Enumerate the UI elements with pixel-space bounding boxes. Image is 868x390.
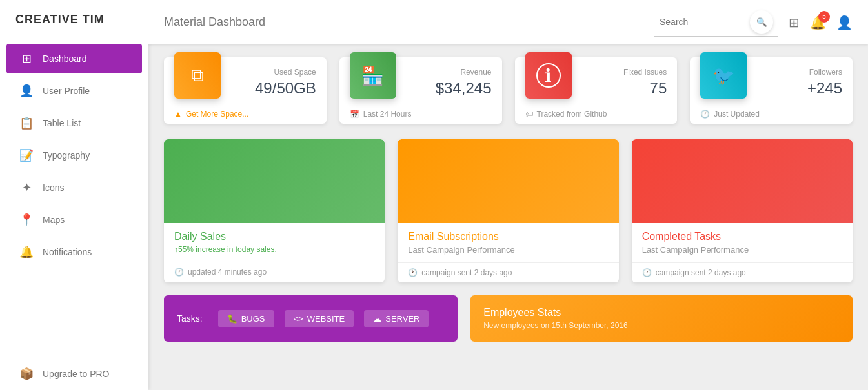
followers-footer-text: Just Updated [714,110,760,119]
daily-sales-subtitle: ↑55% increase in today sales. [174,245,374,254]
email-subscriptions-body: Email Subscriptions Last Campaign Perfor… [398,223,618,262]
typography-icon: 📝 [19,148,34,162]
followers-value: +245 [752,79,842,97]
email-subs-clock-icon: 🕐 [408,268,418,277]
calendar-icon: 📅 [350,110,359,119]
stat-card-fixed-issues: ℹ Fixed Issues 75 🏷 Tracked from Github [515,57,678,124]
website-button[interactable]: <> WEBSITE [285,310,354,327]
sidebar-item-icons-label: Icons [43,182,64,193]
info-icon: ℹ [536,63,561,88]
code-icon: <> [294,314,303,324]
email-subscriptions-footer-text: campaign sent 2 days ago [421,268,512,277]
warning-icon: ▲ [174,110,182,119]
used-space-text: Used Space 49/50GB [221,68,316,97]
followers-label: Followers [752,68,842,77]
dashboard-icon: ⊞ [19,52,34,66]
bottom-cards-row: Tasks: 🐛 BUGS <> WEBSITE ☁ SERVER Employ… [164,295,853,342]
search-input[interactable] [660,17,750,27]
table-list-icon: 📋 [19,116,34,130]
stat-cards-row: ⧉ Used Space 49/50GB ▲ Get More Space...… [164,57,853,124]
used-space-icon-box: ⧉ [174,52,221,99]
sidebar-item-icons[interactable]: ✦ Icons [6,173,142,202]
chart-cards-row: Daily Sales ↑55% increase in today sales… [164,139,853,282]
completed-tasks-subtitle: Last Campaign Performance [642,245,842,255]
revenue-icon-box: 🏪 [350,52,396,99]
sidebar-item-maps-label: Maps [43,215,65,225]
icons-icon: ✦ [19,180,34,195]
upgrade-to-pro-button[interactable]: 📦 Upgrade to PRO [6,359,142,389]
grid-icon: ⊞ [789,15,800,30]
email-subscriptions-chart [398,139,618,223]
revenue-label: Revenue [401,68,492,77]
clock-icon: 🕐 [700,110,710,119]
user-profile-icon: 👤 [19,84,34,98]
used-space-footer: ▲ Get More Space... [164,104,327,124]
stat-card-followers: 🐦 Followers +245 🕐 Just Updated [690,57,853,124]
upgrade-icon: 📦 [19,367,34,381]
email-subscriptions-subtitle: Last Campaign Performance [408,245,608,255]
sidebar-item-dashboard-label: Dashboard [43,54,87,64]
chart-card-email-subscriptions: Email Subscriptions Last Campaign Perfor… [398,139,618,282]
followers-text: Followers +245 [747,68,842,97]
brand-logo: CREATIVE TIM [0,0,148,37]
sidebar-item-maps[interactable]: 📍 Maps [6,205,142,235]
notifications-icon: 🔔 [19,245,34,259]
completed-tasks-chart [632,139,853,223]
bugs-button[interactable]: 🐛 BUGS [218,310,274,327]
upgrade-label: Upgrade to PRO [43,369,110,379]
page-title: Material Dashboard [164,15,654,29]
used-space-value: 49/50GB [226,79,316,97]
search-icon: 🔍 [756,17,767,27]
sidebar-item-table-list[interactable]: 📋 Table List [6,108,142,138]
daily-sales-clock-icon: 🕐 [174,268,184,277]
server-button[interactable]: ☁ SERVER [364,310,429,327]
fixed-issues-label: Fixed Issues [577,68,667,77]
twitter-icon: 🐦 [712,65,735,86]
sidebar-item-typography[interactable]: 📝 Typography [6,141,142,170]
search-button[interactable]: 🔍 [750,10,773,34]
daily-sales-body: Daily Sales ↑55% increase in today sales… [164,223,385,262]
completed-tasks-title: Completed Tasks [642,231,842,242]
employees-card: Employees Stats New employees on 15th Se… [470,295,853,342]
fixed-issues-value: 75 [577,79,667,97]
used-space-footer-text[interactable]: Get More Space... [186,110,248,119]
email-subscriptions-title: Email Subscriptions [408,231,608,242]
maps-icon: 📍 [19,213,34,227]
completed-tasks-footer-text: campaign sent 2 days ago [656,268,746,277]
completed-tasks-footer: 🕐 campaign sent 2 days ago [632,262,853,282]
sidebar-item-notifications[interactable]: 🔔 Notifications [6,237,142,267]
stat-card-used-space: ⧉ Used Space 49/50GB ▲ Get More Space... [164,57,327,124]
chart-card-completed-tasks: Completed Tasks Last Campaign Performanc… [632,139,853,282]
website-label: WEBSITE [307,314,345,324]
used-space-label: Used Space [226,68,316,77]
account-icon: 👤 [836,15,853,30]
tasks-label: Tasks: [177,313,203,324]
sidebar-item-user-profile[interactable]: 👤 User Profile [6,76,142,106]
tasks-card: Tasks: 🐛 BUGS <> WEBSITE ☁ SERVER [164,295,458,342]
sidebar-item-table-list-label: Table List [43,118,81,128]
fixed-issues-text: Fixed Issues 75 [572,68,667,97]
dashboard-content: ⧉ Used Space 49/50GB ▲ Get More Space...… [148,44,868,390]
employees-subtitle: New employees on 15th September, 2016 [483,321,840,330]
fixed-issues-footer: 🏷 Tracked from Github [515,104,678,124]
user-account-button[interactable]: 👤 [836,15,853,30]
revenue-footer-text: Last 24 Hours [363,110,412,119]
bugs-label: BUGS [241,314,265,324]
top-header: Material Dashboard 🔍 ⊞ 🔔 5 👤 [148,0,868,44]
apps-grid-button[interactable]: ⊞ [789,15,800,30]
completed-tasks-clock-icon: 🕐 [642,268,652,277]
stat-card-revenue: 🏪 Revenue $34,245 📅 Last 24 Hours [339,57,502,124]
chart-card-daily-sales: Daily Sales ↑55% increase in today sales… [164,139,385,282]
notifications-badge: 5 [818,11,830,23]
sidebar-item-dashboard[interactable]: ⊞ Dashboard [6,44,142,73]
employees-title: Employees Stats [483,307,840,318]
fixed-issues-icon-box: ℹ [525,52,572,99]
daily-sales-title: Daily Sales [174,231,374,242]
followers-footer: 🕐 Just Updated [690,104,853,124]
daily-sales-footer: 🕐 updated 4 minutes ago [164,262,385,282]
bug-icon: 🐛 [227,314,237,324]
sidebar: CREATIVE TIM ⊞ Dashboard 👤 User Profile … [0,0,148,390]
store-icon: 🏪 [361,65,384,86]
search-box: 🔍 [654,8,778,37]
notifications-bell-button[interactable]: 🔔 5 [810,15,826,30]
